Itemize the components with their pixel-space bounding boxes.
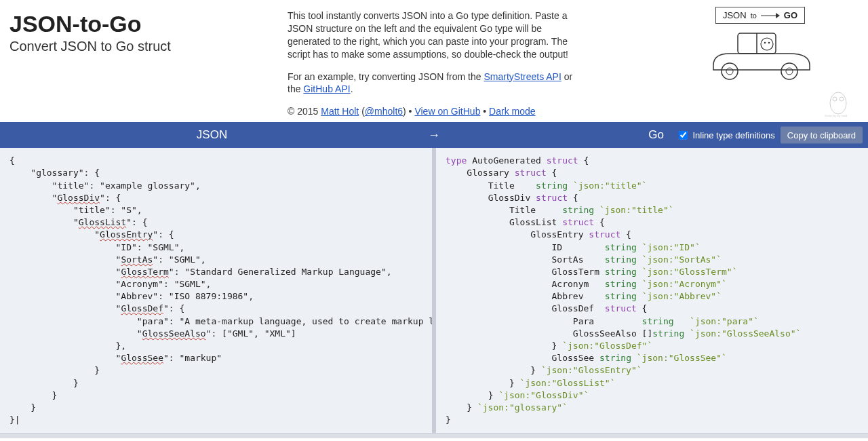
json-input-pane[interactable]: { "glossary": { "title": "example glossa… [0, 148, 436, 433]
author-handle-link[interactable]: @mholt6 [365, 106, 403, 117]
json-column-label: JSON [0, 128, 424, 142]
svg-point-12 [833, 97, 837, 101]
horizontal-scrollbar[interactable] [0, 433, 868, 438]
github-api-link[interactable]: GitHub API [303, 83, 350, 94]
column-header-bar: JSON → Go Inline type definitions Copy t… [0, 122, 868, 148]
svg-text:Drawn by my hand: Drawn by my hand [825, 114, 847, 117]
author-link[interactable]: Matt Holt [321, 106, 359, 117]
smartystreets-link[interactable]: SmartyStreets API [484, 71, 561, 82]
svg-point-6 [768, 42, 770, 44]
example-text: For an example, try converting JSON from… [288, 71, 579, 96]
logo-label: JSON to GO [715, 7, 805, 24]
arrow-icon: → [424, 128, 444, 142]
go-output-pane[interactable]: type AutoGenerated struct { Glossary str… [436, 148, 868, 433]
car-icon [709, 28, 811, 82]
svg-point-8 [726, 68, 733, 75]
view-github-link[interactable]: View on GitHub [414, 106, 480, 117]
dark-mode-link[interactable]: Dark mode [489, 106, 535, 117]
inline-types-checkbox[interactable] [679, 131, 688, 140]
svg-point-5 [764, 42, 766, 44]
svg-point-4 [761, 38, 773, 50]
copy-button[interactable]: Copy to clipboard [781, 127, 863, 144]
svg-point-10 [786, 68, 793, 75]
svg-point-7 [722, 63, 738, 79]
svg-marker-1 [776, 13, 780, 18]
gopher-icon: Drawn by my hand [825, 84, 852, 118]
page-title: JSON-to-Go [9, 11, 267, 37]
inline-types-toggle[interactable]: Inline type definitions [676, 129, 774, 142]
description-text: This tool instantly converts JSON into a… [288, 9, 579, 61]
svg-point-11 [830, 92, 846, 114]
svg-point-13 [840, 97, 844, 101]
svg-point-9 [781, 63, 797, 79]
credits: © 2015 Matt Holt (@mholt6) • View on Git… [288, 105, 579, 118]
page-subtitle: Convert JSON to Go struct [9, 39, 267, 54]
